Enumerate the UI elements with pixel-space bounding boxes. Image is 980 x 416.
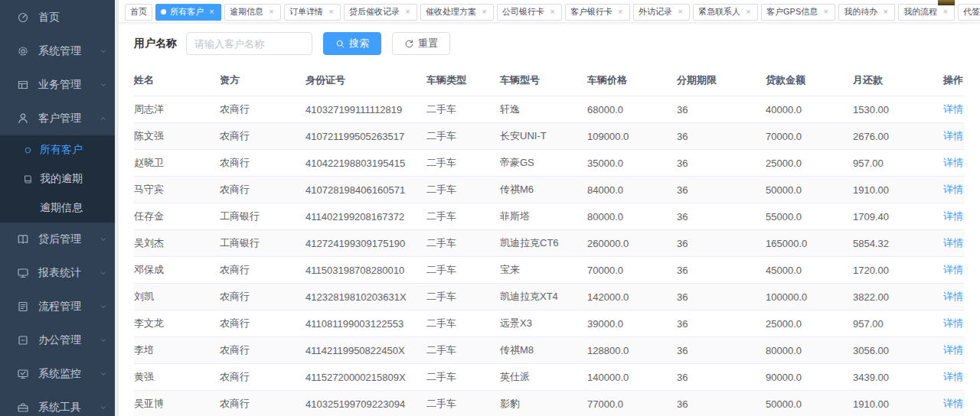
- table-cell: 411081199003122553: [305, 310, 426, 337]
- close-icon[interactable]: ×: [207, 8, 216, 16]
- close-icon[interactable]: ×: [616, 8, 625, 16]
- tab[interactable]: 订单详情×: [284, 4, 341, 21]
- detail-link[interactable]: 详情: [943, 237, 963, 249]
- sidebar-item-label: 客户管理: [38, 112, 81, 125]
- tab[interactable]: 紧急联系人×: [693, 4, 758, 21]
- chevron-down-icon: [100, 81, 107, 89]
- tab[interactable]: 我的待办×: [838, 4, 895, 21]
- close-icon[interactable]: ×: [327, 8, 335, 16]
- sidebar-item[interactable]: 首页: [0, 1, 115, 34]
- tab[interactable]: 催收处理方案×: [420, 4, 494, 21]
- sidebar-item[interactable]: 流程管理: [0, 290, 115, 323]
- table-cell: 陈文强: [134, 123, 220, 150]
- table-cell: 邓保成: [134, 257, 220, 284]
- close-icon[interactable]: ×: [676, 8, 684, 16]
- submenu-item[interactable]: 逾期信息: [0, 193, 115, 223]
- tab-label: 逾期信息: [230, 6, 263, 18]
- avatar-fragment: [938, 0, 955, 5]
- table-cell: 帝豪GS: [500, 150, 587, 177]
- chevron-down-icon: [100, 404, 107, 411]
- reset-button[interactable]: 重置: [392, 32, 450, 55]
- tab-label: 客户银行卡: [570, 6, 612, 18]
- table-cell: 二手车: [426, 150, 500, 177]
- table-cell: 77000.0: [587, 391, 677, 416]
- sidebar-item[interactable]: 报表统计: [0, 256, 115, 290]
- detail-link[interactable]: 详情: [943, 317, 963, 329]
- submenu-item[interactable]: 我的逾期: [0, 164, 115, 193]
- close-icon[interactable]: ×: [941, 8, 949, 16]
- close-icon[interactable]: ×: [403, 8, 412, 16]
- sidebar-item[interactable]: 系统工具: [0, 391, 115, 416]
- tab[interactable]: 公司银行卡×: [497, 4, 562, 21]
- tab[interactable]: 外访记录×: [633, 4, 690, 21]
- search-button[interactable]: 搜索: [323, 32, 381, 55]
- tab-label: 贷后催收记录: [349, 6, 400, 18]
- detail-link[interactable]: 详情: [943, 157, 963, 168]
- chevron-down-icon: [100, 236, 107, 243]
- column-header: 车辆型号: [500, 64, 587, 96]
- table-cell: 36: [677, 203, 766, 230]
- sidebar-item[interactable]: 贷后管理: [0, 223, 115, 256]
- sidebar-item[interactable]: 系统管理: [0, 34, 115, 68]
- main-area: 首页所有客户×逾期信息×订单详情×贷后催收记录×催收处理方案×公司银行卡×客户银…: [119, 0, 980, 416]
- gear-icon: [17, 45, 29, 57]
- close-icon[interactable]: ×: [480, 8, 488, 16]
- tab[interactable]: 逾期信息×: [224, 4, 281, 21]
- sidebar-item-label: 流程管理: [38, 300, 81, 314]
- sidebar-item[interactable]: 办公管理: [0, 323, 115, 357]
- tab[interactable]: 代签任务×: [958, 4, 980, 21]
- close-icon[interactable]: ×: [548, 8, 557, 16]
- table-cell: 41152720000215809X: [305, 364, 426, 391]
- sidebar-item[interactable]: 系统监控: [0, 357, 115, 391]
- table-cell: 二手车: [426, 391, 500, 416]
- table-cell: 36: [677, 123, 766, 150]
- sidebar-item-label: 报表统计: [38, 266, 81, 280]
- tab[interactable]: 贷后催收记录×: [344, 4, 417, 21]
- table-cell: 36: [677, 337, 766, 364]
- table-cell: 远景X3: [500, 310, 587, 337]
- close-icon[interactable]: ×: [267, 8, 276, 16]
- table-cell: 41142119950822450X: [305, 337, 426, 364]
- chevron-down-icon: [100, 336, 107, 344]
- chevron-down-icon: [100, 47, 107, 55]
- table-cell: 二手车: [426, 96, 500, 123]
- sidebar-item-label: 业务管理: [38, 78, 81, 92]
- action-cell: 详情: [943, 364, 965, 391]
- search-input[interactable]: [186, 32, 312, 55]
- table-cell: 410721199505263517: [305, 123, 426, 150]
- close-icon[interactable]: ×: [822, 8, 830, 16]
- detail-link[interactable]: 详情: [943, 371, 963, 382]
- table-cell: 25000.0: [766, 150, 853, 177]
- table-cell: 二手车: [426, 177, 500, 203]
- table-cell: 农商行: [220, 284, 305, 310]
- tab-label: 公司银行卡: [502, 6, 544, 18]
- tab[interactable]: 客户GPS信息×: [761, 4, 835, 21]
- detail-link[interactable]: 详情: [943, 210, 963, 222]
- detail-link[interactable]: 详情: [943, 344, 963, 356]
- sidebar-item-label: 办公管理: [38, 333, 81, 347]
- table-cell: 凯迪拉克CT6: [500, 230, 587, 257]
- detail-link[interactable]: 详情: [943, 264, 963, 275]
- table-cell: 70000.0: [766, 123, 853, 150]
- detail-link[interactable]: 详情: [943, 103, 963, 115]
- close-icon[interactable]: ×: [881, 8, 890, 16]
- table-cell: 周志洋: [134, 96, 220, 123]
- tab[interactable]: 首页: [125, 4, 152, 21]
- sidebar-item[interactable]: 客户管理: [0, 102, 115, 135]
- action-cell: 详情: [943, 284, 965, 310]
- action-cell: 详情: [943, 203, 965, 230]
- sidebar-item[interactable]: 业务管理: [0, 68, 115, 102]
- detail-link[interactable]: 详情: [943, 291, 963, 302]
- column-header: 贷款金额: [766, 64, 853, 96]
- table-cell: 411503198708280010: [305, 257, 426, 284]
- table-cell: 赵晓卫: [134, 150, 220, 177]
- tab[interactable]: 客户银行卡×: [565, 4, 630, 21]
- tab[interactable]: 我的流程×: [898, 4, 955, 21]
- close-icon[interactable]: ×: [744, 8, 753, 16]
- detail-link[interactable]: 详情: [943, 184, 963, 195]
- submenu-item-label: 逾期信息: [40, 201, 83, 215]
- submenu-item[interactable]: 所有客户: [0, 135, 115, 164]
- detail-link[interactable]: 详情: [943, 398, 963, 409]
- detail-link[interactable]: 详情: [943, 130, 963, 141]
- tab[interactable]: 所有客户×: [155, 4, 221, 21]
